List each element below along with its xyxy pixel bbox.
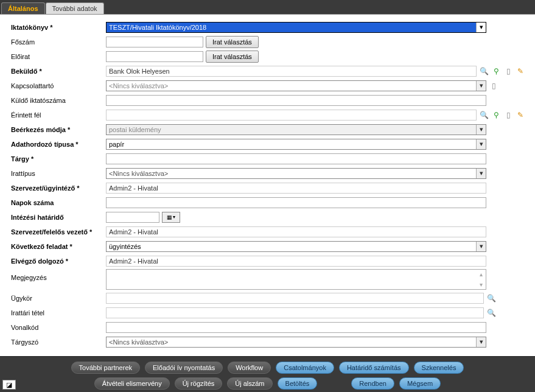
ugykor-input[interactable] bbox=[106, 293, 484, 304]
label-szervezet-felelos: Szervezet/felelős vezető * bbox=[10, 228, 106, 236]
irat-valasztas-foszam-button[interactable]: Irat választás bbox=[206, 36, 259, 48]
page-icon[interactable]: ▯ bbox=[503, 66, 513, 76]
megjegyzes-textarea[interactable]: ▴▾ bbox=[106, 269, 486, 290]
betoltes-button[interactable]: Betöltés bbox=[278, 377, 318, 390]
label-targyszo: Tárgyszó bbox=[10, 338, 106, 346]
label-targy: Tárgy * bbox=[10, 155, 106, 163]
workflow-button[interactable]: Workflow bbox=[228, 362, 271, 374]
label-intezesi-hatarido: Intézési határidő bbox=[10, 214, 106, 221]
footer-toolbar: További partnerek Előadói ív nyomtatás W… bbox=[0, 356, 535, 392]
link-icon[interactable]: ⚲ bbox=[491, 110, 501, 120]
chevron-down-icon[interactable]: ▾ bbox=[476, 139, 486, 149]
label-ugykor: Ügykör bbox=[10, 295, 106, 302]
irat-valasztas-eloirat-button[interactable]: Irat választás bbox=[206, 51, 259, 63]
label-elvegzo-dolgozo: Elvégző dolgozó * bbox=[10, 257, 106, 265]
eloirat-input[interactable] bbox=[106, 51, 203, 62]
select-iktatokonyv-value: TESZT/Hivatali Iktatókönyv/2018 bbox=[109, 24, 206, 31]
tab-general[interactable]: Általános bbox=[1, 2, 45, 14]
kapcsolattarto-value: <Nincs kiválasztva> bbox=[109, 82, 168, 89]
szervezet-felelos-input[interactable] bbox=[106, 226, 486, 237]
label-megjegyzes: Megjegyzés bbox=[10, 269, 106, 281]
pencil-icon[interactable]: ✎ bbox=[516, 66, 525, 76]
foszam-input[interactable] bbox=[106, 37, 203, 47]
beerkezes-modja-value: postai küldemény bbox=[109, 126, 161, 133]
targy-input[interactable] bbox=[106, 153, 486, 164]
adathordozo-value: papír bbox=[109, 141, 124, 148]
calendar-icon: ▦ bbox=[167, 215, 172, 220]
uj-alszam-button[interactable]: Új alszám bbox=[227, 377, 272, 390]
app-logo-icon: ◪ bbox=[2, 380, 16, 390]
label-iktatokonyv: Iktatókönyv * bbox=[10, 24, 106, 31]
label-kapcsolattarto: Kapcsolattartó bbox=[10, 82, 106, 89]
szkenneles-button[interactable]: Szkennelés bbox=[414, 362, 464, 374]
hatarido-szamitas-button[interactable]: Határidő számítás bbox=[339, 362, 409, 374]
select-adathordozo[interactable]: papír ▾ bbox=[106, 139, 486, 150]
erintett-fel-input[interactable] bbox=[106, 110, 477, 121]
atveteli-elismerveny-button[interactable]: Átvételi elismervény bbox=[94, 377, 170, 390]
label-kuldo-iktatoszama: Küldő iktatószáma bbox=[10, 97, 106, 104]
date-picker-button[interactable]: ▦ ▾ bbox=[162, 212, 180, 223]
label-szervezet-ugyintezo: Szervezet/ügyintéző * bbox=[10, 184, 106, 192]
chevron-down-icon[interactable]: ▾ bbox=[476, 125, 486, 135]
elvegzo-dolgozo-input[interactable] bbox=[106, 256, 486, 267]
label-foszam: Főszám bbox=[10, 38, 106, 46]
pencil-icon[interactable]: ✎ bbox=[516, 110, 525, 120]
chevron-down-icon[interactable]: ▾ bbox=[476, 81, 486, 91]
label-erintett-fel: Érintett fél bbox=[10, 111, 106, 119]
label-vonalkod: Vonalkód bbox=[10, 324, 106, 331]
label-beerkezes-modja: Beérkezés módja * bbox=[10, 126, 106, 133]
rendben-button[interactable]: Rendben bbox=[351, 377, 394, 390]
chevron-down-icon[interactable]: ▾ bbox=[476, 337, 486, 347]
search-icon[interactable]: 🔍 bbox=[486, 308, 496, 318]
chevron-down-icon[interactable]: ▾ bbox=[476, 23, 486, 32]
search-icon[interactable]: 🔍 bbox=[479, 110, 489, 120]
tab-more-data[interactable]: További adatok bbox=[46, 2, 104, 14]
megsem-button[interactable]: Mégsem bbox=[399, 377, 441, 390]
targyszo-value: <Nincs kiválasztva> bbox=[109, 338, 168, 346]
napok-szama-input[interactable] bbox=[106, 197, 486, 208]
irattari-tetel-input[interactable] bbox=[106, 307, 484, 318]
tab-bar: Általános További adatok bbox=[0, 2, 535, 15]
select-kovetkezo-feladat[interactable]: ügyintézés ▾ bbox=[106, 241, 486, 252]
chevron-down-icon: ▾ bbox=[173, 214, 175, 220]
kovetkezo-feladat-value: ügyintézés bbox=[109, 243, 141, 250]
label-irattari-tetel: Irattári tétel bbox=[10, 309, 106, 317]
scroll-up-icon[interactable]: ▴ bbox=[480, 271, 483, 278]
select-irattipus[interactable]: <Nincs kiválasztva> ▾ bbox=[106, 168, 486, 179]
search-icon[interactable]: 🔍 bbox=[486, 293, 496, 303]
uj-rogzites-button[interactable]: Új rögzítés bbox=[175, 377, 223, 390]
label-eloirat: Előirat bbox=[10, 53, 106, 60]
eloadoi-iv-button[interactable]: Előadói ív nyomtatás bbox=[145, 362, 223, 374]
page-icon[interactable]: ▯ bbox=[489, 81, 498, 91]
szervezet-ugyintezo-input[interactable] bbox=[106, 183, 486, 194]
vonalkod-input[interactable] bbox=[106, 322, 486, 333]
label-napok-szama: Napok száma bbox=[10, 199, 106, 206]
intezesi-hatarido-input[interactable] bbox=[106, 212, 159, 223]
csatolmanyok-button[interactable]: Csatolmányok bbox=[276, 362, 334, 374]
irattipus-value: <Nincs kiválasztva> bbox=[109, 170, 168, 177]
select-iktatokonyv[interactable]: TESZT/Hivatali Iktatókönyv/2018 ▾ bbox=[106, 22, 486, 33]
label-kovetkezo-feladat: Következő feladat * bbox=[10, 243, 106, 250]
search-icon[interactable]: 🔍 bbox=[479, 66, 489, 76]
select-beerkezes-modja[interactable]: postai küldemény ▾ bbox=[106, 124, 486, 135]
bekuldo-input[interactable] bbox=[106, 66, 477, 77]
select-targyszo[interactable]: <Nincs kiválasztva> ▾ bbox=[106, 337, 486, 348]
page-icon[interactable]: ▯ bbox=[503, 110, 513, 120]
chevron-down-icon[interactable]: ▾ bbox=[476, 169, 486, 178]
link-icon[interactable]: ⚲ bbox=[491, 66, 501, 76]
chevron-down-icon[interactable]: ▾ bbox=[476, 242, 486, 251]
label-irattipus: Irattípus bbox=[10, 170, 106, 177]
label-bekuldo: Beküldő * bbox=[10, 68, 106, 75]
tovabbi-partnerek-button[interactable]: További partnerek bbox=[71, 362, 140, 374]
label-adathordozo: Adathordozó típusa * bbox=[10, 141, 106, 148]
scroll-down-icon[interactable]: ▾ bbox=[480, 281, 483, 288]
kuldo-iktatoszama-input[interactable] bbox=[106, 95, 486, 106]
select-kapcsolattarto[interactable]: <Nincs kiválasztva> ▾ bbox=[106, 80, 486, 91]
